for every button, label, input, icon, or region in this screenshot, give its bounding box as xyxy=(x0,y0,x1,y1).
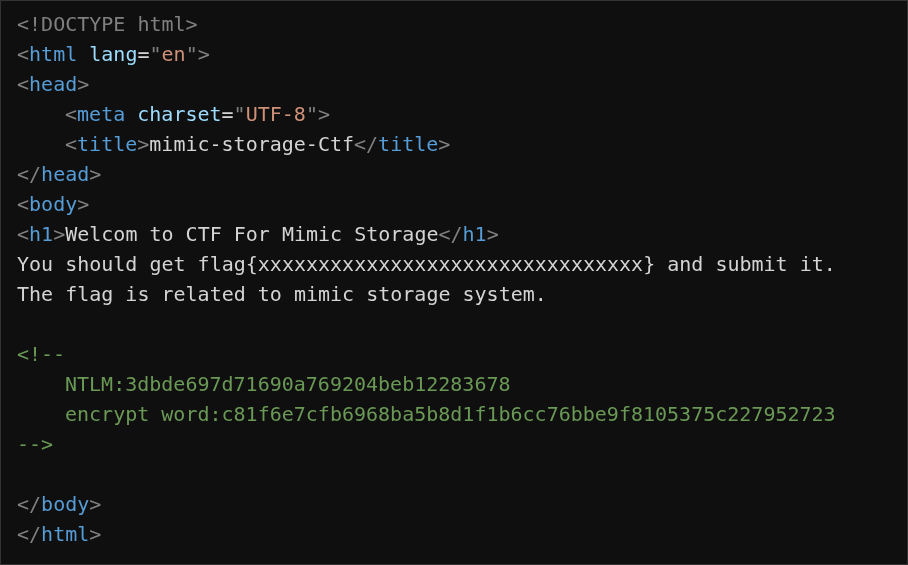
line-comment-2: encrypt word:c81f6e7cfb6968ba5b8d1f1b6cc… xyxy=(17,399,891,429)
line-comment-close: --> xyxy=(17,429,891,459)
line-title: <title>mimic-storage-Ctf</title> xyxy=(17,129,891,159)
line-comment-1: NTLM:3dbde697d71690a769204beb12283678 xyxy=(17,369,891,399)
line-blank2 xyxy=(17,459,891,489)
line-doctype: <!DOCTYPE html> xyxy=(17,9,891,39)
line-meta: <meta charset="UTF-8"> xyxy=(17,99,891,129)
line-body-close: </body> xyxy=(17,489,891,519)
line-comment-open: <!-- xyxy=(17,339,891,369)
line-head-open: <head> xyxy=(17,69,891,99)
line-html-open: <html lang="en"> xyxy=(17,39,891,69)
line-html-close: </html> xyxy=(17,519,891,549)
code-editor[interactable]: <!DOCTYPE html><html lang="en"><head><me… xyxy=(17,9,891,549)
line-body-open: <body> xyxy=(17,189,891,219)
line-body-text1: You should get flag{xxxxxxxxxxxxxxxxxxxx… xyxy=(17,249,891,279)
line-body-text2: The flag is related to mimic storage sys… xyxy=(17,279,891,309)
line-blank1 xyxy=(17,309,891,339)
line-h1: <h1>Welcom to CTF For Mimic Storage</h1> xyxy=(17,219,891,249)
line-head-close: </head> xyxy=(17,159,891,189)
